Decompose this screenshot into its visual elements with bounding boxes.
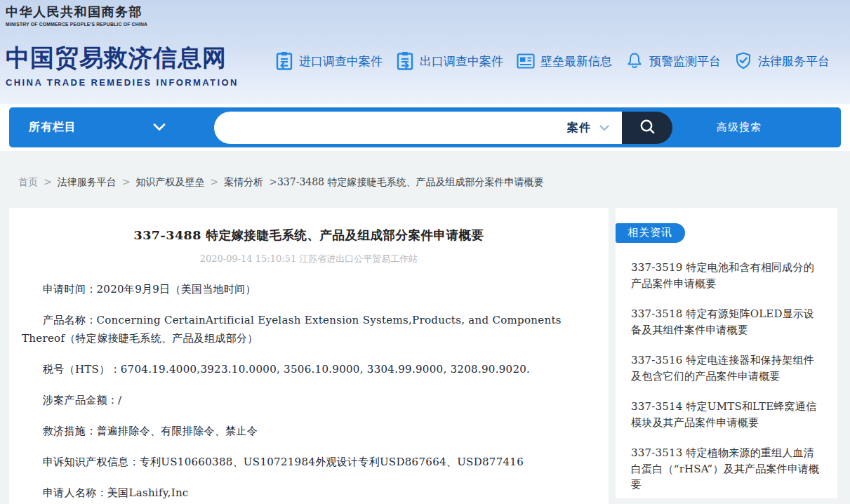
nav-item-export-cases[interactable]: 出口调查中案件: [394, 51, 503, 72]
related-news-item[interactable]: 337-3518 特定有源矩阵OLED显示设备及其组件案件申请概要: [631, 306, 825, 338]
magnifier-icon: [638, 117, 657, 138]
nav-label: 出口调查中案件: [420, 53, 503, 69]
search-input-wrap: 案件: [214, 112, 622, 144]
article-title: 337-3488 特定嫁接睫毛系统、产品及组成部分案件申请概要: [9, 227, 609, 244]
breadcrumb-current: 337-3488 特定嫁接睫毛系统、产品及组成部分案件申请概要: [277, 176, 544, 187]
nav-item-import-cases[interactable]: 进口调查中案件: [274, 51, 383, 72]
ministry-block: 中华人民共和国商务部 MINISTRY OF COMMERCE PEOPLE'S…: [6, 4, 147, 27]
nav-label: 法律服务平台: [758, 53, 830, 69]
ministry-title-cn: 中华人民共和国商务部: [6, 4, 147, 20]
shield-check-icon: [733, 51, 754, 72]
nav-label: 预警监测平台: [649, 53, 721, 69]
clipboard-export-icon: [394, 51, 416, 72]
related-news-item[interactable]: 337-3516 特定电连接器和保持架组件及包含它们的产品案件申请概要: [631, 352, 825, 384]
article-paragraph: 救济措施：普遍排除令、有限排除令、禁止令: [22, 422, 570, 440]
article-paragraph: 申诉知识产权信息：专利US10660388、US10721984外观设计专利US…: [22, 453, 570, 471]
ministry-title-en: MINISTRY OF COMMERCE PEOPLE'S REPUBLIC O…: [6, 22, 147, 27]
search-bar: 所有栏目 案件: [9, 107, 841, 147]
article-paragraph: 涉案产品金额：/: [22, 391, 570, 409]
breadcrumb-separator: >: [44, 176, 52, 187]
nav-item-warning-platform[interactable]: 预警监测平台: [624, 51, 721, 72]
related-news-list: 337-3519 特定电池和含有相同成分的产品案件申请概要 337-3518 特…: [616, 260, 837, 493]
site-logo-en: CHINA TRADE REMEDIES INFORMATION: [6, 77, 239, 88]
category-select-label: 所有栏目: [29, 120, 77, 135]
related-news-tag: 相关资讯: [616, 223, 685, 243]
category-select[interactable]: 所有栏目: [29, 107, 166, 147]
search-row: 所有栏目 案件: [0, 104, 850, 151]
clipboard-import-icon: [274, 51, 295, 72]
site-logo-cn: 中国贸易救济信息网: [6, 42, 239, 74]
article-card: 337-3488 特定嫁接睫毛系统、产品及组成部分案件申请概要 2020-09-…: [9, 208, 609, 504]
search-input[interactable]: [214, 112, 567, 144]
breadcrumb-separator: >: [210, 176, 218, 187]
breadcrumb-item-legal[interactable]: 法律服务平台: [58, 176, 117, 187]
site-header: 中华人民共和国商务部 MINISTRY OF COMMERCE PEOPLE'S…: [0, 0, 850, 104]
breadcrumb-item-case-analysis[interactable]: 案情分析: [224, 176, 263, 187]
page: 中华人民共和国商务部 MINISTRY OF COMMERCE PEOPLE'S…: [0, 0, 850, 504]
article-body: 申请时间：2020年9月9日（美国当地时间） 产品名称：Concerning C…: [9, 280, 609, 502]
scope-select[interactable]: 案件: [567, 121, 622, 135]
breadcrumb-separator: >: [269, 176, 277, 187]
breadcrumb-separator: >: [122, 176, 131, 187]
article-paragraph: 申请人名称：美国Lashify,Inc: [22, 484, 570, 502]
breadcrumb: 首页>法律服务平台>知识产权及壁垒>案情分析>337-3488 特定嫁接睫毛系统…: [18, 176, 836, 189]
site-logo[interactable]: 中国贸易救济信息网 CHINA TRADE REMEDIES INFORMATI…: [6, 42, 239, 88]
scope-select-label: 案件: [567, 121, 591, 135]
related-news-item[interactable]: 337-3519 特定电池和含有相同成分的产品案件申请概要: [631, 260, 825, 291]
nav-label: 壁垒最新信息: [540, 53, 612, 69]
nav-item-legal-platform[interactable]: 法律服务平台: [733, 51, 830, 72]
related-news-item[interactable]: 337-3513 特定植物来源的重组人血清白蛋白（“rHSA”）及其产品案件申请…: [631, 445, 825, 493]
breadcrumb-item-ip-barrier[interactable]: 知识产权及壁垒: [135, 176, 204, 187]
newspaper-icon: [515, 51, 536, 72]
breadcrumb-item-home[interactable]: 首页: [18, 176, 38, 187]
chevron-down-icon: [153, 121, 166, 134]
article-paragraph: 申请时间：2020年9月9日（美国当地时间）: [22, 280, 570, 298]
article-paragraph: 税号（HTS）：6704.19.4000,3923.10.0000, 3506.…: [22, 360, 570, 378]
quick-nav: 进口调查中案件 出口调查中案件: [274, 51, 830, 72]
article-paragraph: 产品名称：Concerning CertainArtificial Eyelas…: [22, 311, 570, 347]
nav-item-barrier-news[interactable]: 壁垒最新信息: [515, 51, 612, 72]
article-meta: 2020-09-14 15:10:51 江苏省进出口公平贸易工作站: [9, 253, 609, 265]
nav-label: 进口调查中案件: [299, 53, 383, 69]
search-button[interactable]: [622, 112, 672, 144]
advanced-search-link[interactable]: 高级搜索: [717, 107, 762, 147]
related-news-card: 相关资讯 337-3519 特定电池和含有相同成分的产品案件申请概要 337-3…: [616, 208, 837, 498]
related-news-item[interactable]: 337-3514 特定UMTS和LTE蜂窝通信模块及其产品案件申请概要: [631, 399, 825, 430]
bell-icon: [624, 51, 645, 72]
chevron-down-icon: [599, 121, 609, 134]
